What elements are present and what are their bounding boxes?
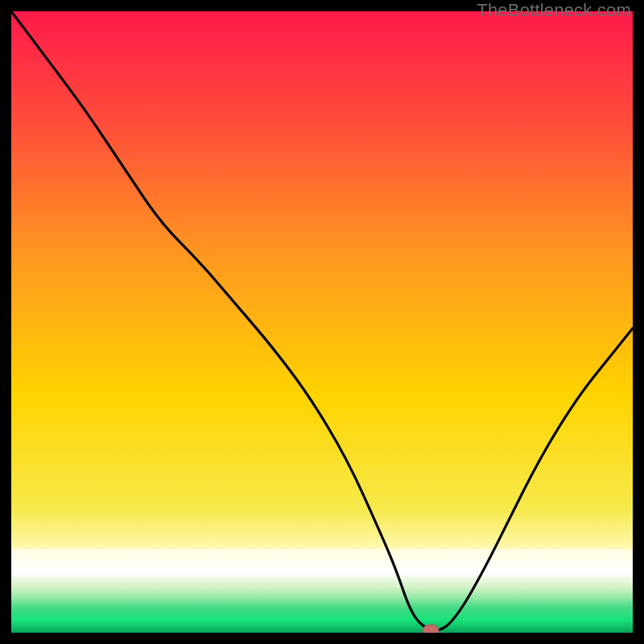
attribution-text: TheBottleneck.com — [477, 0, 631, 21]
bottleneck-chart — [11, 11, 633, 633]
optimal-point-marker — [423, 625, 439, 633]
chart-frame: TheBottleneck.com — [0, 0, 644, 644]
light-band — [11, 549, 633, 577]
gradient-background — [11, 11, 633, 633]
